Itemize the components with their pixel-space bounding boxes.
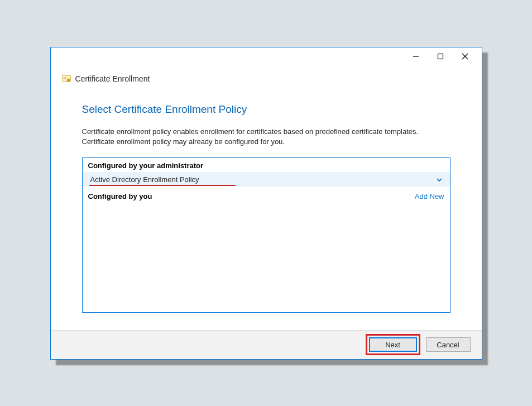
svg-point-5 bbox=[66, 79, 69, 82]
titlebar bbox=[51, 47, 482, 65]
window-controls bbox=[409, 50, 482, 63]
highlight-underline bbox=[89, 185, 236, 186]
policy-item-label: Active Directory Enrollment Policy bbox=[90, 175, 199, 184]
dialog-window: Certificate Enrollment Select Certificat… bbox=[50, 47, 482, 360]
dialog-footer: Next Cancel bbox=[51, 330, 482, 359]
user-section-row: Configured by you Add New bbox=[83, 187, 450, 203]
add-new-link[interactable]: Add New bbox=[415, 192, 444, 200]
policy-list-box: Configured by your administrator Active … bbox=[82, 157, 450, 313]
page-description: Certificate enrollment policy enables en… bbox=[82, 127, 450, 148]
close-button[interactable] bbox=[458, 50, 472, 63]
minimize-icon bbox=[413, 53, 419, 60]
dialog-header: Certificate Enrollment bbox=[51, 65, 482, 88]
close-icon bbox=[462, 53, 468, 60]
minimize-button[interactable] bbox=[409, 50, 423, 63]
policy-label-wrap: Active Directory Enrollment Policy bbox=[90, 175, 199, 184]
cancel-button[interactable]: Cancel bbox=[426, 337, 471, 352]
user-section-header: Configured by you bbox=[88, 192, 152, 200]
svg-rect-1 bbox=[438, 54, 443, 59]
window-wrapper: Certificate Enrollment Select Certificat… bbox=[50, 47, 482, 360]
policy-item-ad[interactable]: Active Directory Enrollment Policy bbox=[83, 172, 450, 187]
maximize-button[interactable] bbox=[434, 50, 447, 63]
maximize-icon bbox=[437, 53, 444, 60]
certificate-icon bbox=[62, 75, 71, 83]
dialog-title: Certificate Enrollment bbox=[75, 74, 150, 83]
chevron-down-icon bbox=[437, 176, 442, 183]
next-button-highlight: Next bbox=[366, 334, 420, 355]
dialog-content: Select Certificate Enrollment Policy Cer… bbox=[51, 88, 482, 330]
admin-section-header: Configured by your administrator bbox=[83, 158, 450, 172]
next-button[interactable]: Next bbox=[369, 337, 417, 352]
page-heading: Select Certificate Enrollment Policy bbox=[82, 103, 450, 116]
